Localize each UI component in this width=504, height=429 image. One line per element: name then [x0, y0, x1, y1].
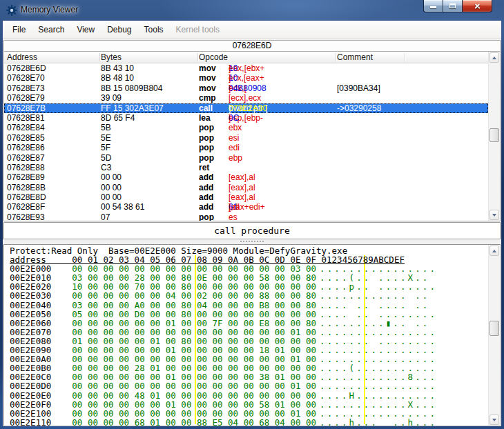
hex-row-ascii: .... .. ........ [320, 310, 437, 319]
disassembler-panel: AddressBytesOpcodeComment 07628E6D8B 43 … [3, 51, 501, 221]
instruction-bytes: 00 00 [101, 183, 122, 192]
hex-row-00E2E110[interactable]: 00E2E110 00 00 00 00 68 01 00 00 88 E5 0… [4, 418, 500, 426]
cheat-engine-gear-icon [6, 5, 17, 16]
window-controls [423, 0, 492, 12]
hex-row-ascii: .........▮.. .. [320, 319, 437, 328]
scroll-down-icon[interactable] [490, 415, 499, 425]
menu-item-view[interactable]: View [70, 23, 101, 37]
column-header-opcode[interactable]: Opcode [199, 52, 228, 62]
menu-item-search[interactable]: Search [32, 23, 70, 37]
menu-item-debug[interactable]: Debug [101, 23, 137, 37]
maximize-button[interactable] [443, 0, 462, 12]
disasm-row-07628E8F[interactable]: 07628E8F00 54 38 61add[eax+edi+61],dl [4, 202, 488, 212]
hex-row-ascii: ............X... [320, 400, 437, 409]
client-area: FileSearchViewDebugToolsKernel tools 076… [3, 21, 501, 426]
disasm-row-07628E70[interactable]: 07628E708B 48 10movecx,[eax+10] [4, 73, 488, 83]
disasm-row-07628E84[interactable]: 07628E845Bpopebx [4, 123, 488, 132]
memory-viewer-window: Memory Viewer FileSearchViewDebugToolsKe… [0, 0, 504, 429]
scroll-down-icon[interactable] [490, 210, 499, 220]
hex-dump-rows: 00E2E000 00 00 00 00 00 00 00 00 00 00 0… [4, 264, 500, 426]
operand-segment: edi [229, 143, 240, 152]
operand-segment: [eax],al [229, 172, 255, 182]
disasm-row-07628E7B[interactable]: 07628E7BFF 15 302A3E07calldword ptr [073… [4, 103, 488, 113]
hex-scrollbar[interactable] [488, 245, 500, 426]
scrollbar-thumb[interactable] [490, 128, 499, 142]
instruction-address: 07628E86 [7, 143, 45, 152]
instruction-bytes: 07 [101, 212, 110, 221]
disasm-row-07628E85[interactable]: 07628E855Epopesi [4, 133, 488, 143]
disassembler-column-header: AddressBytesOpcodeComment [4, 52, 488, 63]
instruction-mnemonic: call [199, 103, 213, 113]
instruction-mnemonic: pop [199, 123, 214, 132]
disasm-row-07628E89[interactable]: 07628E8900 00add[eax],al [4, 172, 488, 182]
hex-row-ascii: ................ [320, 328, 437, 337]
column-header-address[interactable]: Address [7, 52, 37, 62]
splitter-grip-icon [240, 241, 264, 243]
instruction-bytes: 00 54 38 61 [101, 202, 144, 212]
instruction-bytes: 39 09 [101, 93, 122, 103]
instruction-address: 07628E6D [7, 63, 46, 73]
instruction-bytes: C3 [101, 163, 111, 172]
disasm-row-07628E8D[interactable]: 07628E8D00 00add[eax],al [4, 192, 488, 202]
disassembler-scrollbar[interactable] [488, 52, 500, 221]
instruction-address: 07628E70 [7, 73, 45, 83]
column-separator [99, 53, 100, 61]
instruction-mnemonic: pop [199, 143, 214, 152]
disasm-row-07628E88[interactable]: 07628E88C3ret [4, 163, 488, 172]
instruction-mnemonic: add [199, 192, 213, 202]
scrollbar-thumb[interactable] [490, 321, 499, 336]
menu-item-file[interactable]: File [6, 23, 32, 37]
disassembly-listing: 07628E6D8B 43 10moveax,[ebx+10]07628E708… [4, 63, 488, 221]
instruction-mnemonic: add [199, 183, 213, 192]
menu-bar: FileSearchViewDebugToolsKernel tools [3, 21, 501, 39]
instruction-mnemonic: pop [199, 133, 214, 143]
title-bar[interactable]: Memory Viewer [0, 0, 504, 21]
instruction-comment: ->03290258 [337, 103, 381, 113]
operand-segment: [ecx],ecx [229, 93, 261, 103]
instruction-address: 07628E8B [7, 183, 46, 192]
disasm-row-07628E81[interactable]: 07628E818D 65 F4leaesp,[ebp-0C] [4, 113, 488, 123]
disasm-row-07628E79[interactable]: 07628E7939 09cmp[ecx],ecx [4, 93, 488, 103]
splitter-handle[interactable] [3, 239, 501, 244]
minimize-button[interactable] [423, 0, 443, 12]
operand-segment: 073E2A30 [229, 103, 267, 113]
address-bar[interactable]: 07628E6D [3, 40, 501, 52]
disasm-row-07628E6D[interactable]: 07628E6D8B 43 10moveax,[ebx+10] [4, 63, 488, 73]
scroll-up-icon[interactable] [490, 52, 499, 63]
menu-item-kernel-tools: Kernel tools [170, 23, 226, 37]
disasm-row-07628E73[interactable]: 07628E738B 15 0809B804movedx,[04B80908][… [4, 83, 488, 93]
instruction-mnemonic: pop [199, 212, 214, 221]
instruction-address: 07628E81 [7, 113, 45, 123]
disasm-row-07628E93[interactable]: 07628E9307popes [4, 212, 488, 221]
disasm-row-07628E86[interactable]: 07628E865Fpopedi [4, 143, 488, 152]
column-header-bytes[interactable]: Bytes [101, 52, 122, 62]
operand-segment: esi [229, 133, 239, 143]
hex-row-ascii: ................ [320, 409, 437, 418]
minimize-icon [430, 6, 436, 8]
scroll-up-icon[interactable] [490, 246, 499, 256]
close-button[interactable] [462, 0, 492, 12]
disasm-row-07628E8B[interactable]: 07628E8B00 00add[eax],al [4, 183, 488, 192]
instruction-bytes: 5B [101, 123, 111, 132]
disasm-row-07628E87[interactable]: 07628E875Dpopebp [4, 153, 488, 163]
status-text: call procedure [214, 226, 290, 236]
hex-view-panel[interactable]: Protect:Read Only Base=00E2E000 Size=900… [3, 244, 501, 426]
hex-row-ascii: ............ .. [320, 291, 437, 300]
instruction-mnemonic: add [199, 172, 213, 182]
instruction-address: 07628E79 [7, 93, 45, 103]
instruction-mnemonic: cmp [199, 93, 216, 103]
column-separator [405, 53, 405, 61]
instruction-mnemonic: mov [199, 83, 216, 93]
instruction-mnemonic: ret [199, 163, 209, 172]
operand-segment: ],dl [229, 202, 240, 212]
instruction-bytes: 5D [101, 153, 111, 163]
operand-segment: ] [229, 103, 231, 113]
column-header-comment[interactable]: Comment [337, 52, 373, 62]
operand-segment: es [229, 212, 238, 221]
instruction-mnemonic: add [199, 202, 213, 212]
instruction-address: 07628E85 [7, 133, 45, 143]
menu-item-tools[interactable]: Tools [138, 23, 170, 37]
hex-row-ascii: ....H........... [320, 391, 437, 400]
instruction-mnemonic: pop [199, 153, 214, 163]
hex-row-ascii: ................ [320, 381, 437, 390]
